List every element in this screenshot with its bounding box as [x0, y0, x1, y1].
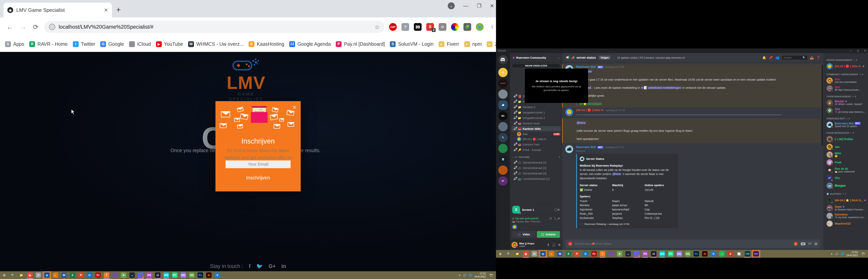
tab-close-icon[interactable]: ✕: [104, 7, 108, 13]
taskbar-chrome[interactable]: ◉: [522, 250, 530, 258]
action-center-icon[interactable]: 🗖: [860, 252, 866, 255]
attach-plus-icon[interactable]: +: [568, 242, 572, 246]
chat-scrollbar[interactable]: [822, 65, 823, 146]
bookmark-item[interactable]: ▸Zuyd: [487, 41, 496, 47]
mention[interactable]: @here: [612, 173, 622, 176]
bookmark-item[interactable]: GGoogle: [100, 41, 124, 47]
emoji-picker-icon[interactable]: 😀: [814, 242, 817, 246]
inbox-icon[interactable]: 📥: [810, 56, 814, 60]
bookmark-item[interactable]: iCloud: [129, 41, 151, 47]
minimize-button[interactable]: —: [463, 3, 468, 9]
bookmark-item[interactable]: ▸npm: [464, 41, 482, 47]
bookmark-item[interactable]: tTwitter: [73, 41, 95, 47]
browser-tab[interactable]: ◉ LMV Game Specialist ✕: [3, 3, 112, 18]
taskbar-spotify[interactable]: ♫: [718, 250, 726, 258]
voice-connected-user[interactable]: 🙂[05-03 | 🔴 ] Iddo K.: [510, 136, 562, 142]
member-row[interactable]: 🎖[40-04 | ⭐ ] Rick D...◈: [826, 196, 866, 204]
bookmark-item[interactable]: ⠿Apps: [5, 41, 24, 47]
member-row[interactable]: 😱[- | IIII] Robbe: [826, 135, 866, 143]
member-row[interactable]: 👕Peak: [826, 158, 866, 166]
member-row[interactable]: 🦉Martijn◈🎮 What's cookin', Martijn?: [826, 99, 866, 106]
taskbar-voicemeeter[interactable]: VM: [743, 250, 752, 258]
channel-priv-kanaal[interactable]: 🔊🔒🔑Privé - Kanaal: [512, 147, 561, 153]
bookmark-item[interactable]: KKaasHosting: [249, 41, 284, 47]
discord-maximize-button[interactable]: ▢: [857, 50, 859, 52]
discord-minimize-button[interactable]: —: [849, 50, 852, 52]
channel-kantoor-paul[interactable]: 🔊🔒🥌Kantoor Paul: [512, 142, 561, 147]
channel-opnamekanaal-3-[interactable]: 🔊🔒🎥Opnamekanaal [3]: [512, 171, 561, 176]
bookmark-item[interactable]: SSolusVM - Login: [390, 41, 433, 47]
taskbar-webstorm[interactable]: WS: [162, 271, 170, 279]
taskbar-word[interactable]: W: [556, 250, 564, 258]
taskbar-illustrator[interactable]: Ai: [701, 250, 709, 258]
taskbar-discord[interactable]: 🎮5: [632, 250, 641, 258]
tray-icon[interactable]: ∧: [459, 274, 461, 277]
tray-icon[interactable]: 🌐: [469, 274, 472, 277]
member-row[interactable]: 👀Maarten522: [826, 220, 866, 227]
subscribe-button[interactable]: Inschrijven: [215, 175, 301, 181]
notifications-bell-icon[interactable]: 🔔: [762, 56, 766, 60]
tray-icon[interactable]: ∧: [831, 252, 833, 255]
member-row[interactable]: 🤖Damskoo“In my book, experience outra...: [826, 212, 866, 220]
taskbar-datagrip[interactable]: DG: [675, 250, 684, 258]
create-channel-icon[interactable]: +: [558, 155, 560, 159]
server-icon[interactable]: [498, 122, 507, 131]
category-youtube[interactable]: ⌄🎥YOUTUBE+: [510, 153, 562, 160]
taskbar-pycharm[interactable]: PC: [170, 271, 179, 279]
bookmark-item[interactable]: ▸Fiverr: [439, 41, 459, 47]
mention[interactable]: # 📝 whitelisted-mededelingen: [641, 86, 682, 89]
taskbar-intellij[interactable]: IJ: [649, 250, 658, 258]
member-row[interactable]: 🧔MaxAan het schermdelen: [826, 77, 866, 85]
stream-tile[interactable]: S Screen 1 🖵✕: [510, 204, 562, 215]
server-icon[interactable]: 😂: [498, 68, 507, 77]
discord-home-button[interactable]: [498, 55, 507, 64]
unread-banner[interactable]: NIEUW ONGELEZEN: [512, 64, 560, 67]
server-icon[interactable]: [498, 165, 507, 175]
channel-kantoor-iwan[interactable]: 🔊🔒🥌Kantoor Iwan: [512, 121, 561, 126]
member-row[interactable]: ⚽𝕺𝖑𝖆𝖋🏃 jan klomp waar beeeen je n...: [826, 106, 866, 114]
stream-close-screen-icon[interactable]: 🖵✕: [554, 208, 560, 212]
discord-close-button[interactable]: ✕: [864, 50, 866, 52]
taskbar-explorer[interactable]: 📁: [513, 250, 522, 258]
taskbar-hs-app[interactable]: HS: [188, 271, 196, 279]
colorwheel-extension-icon[interactable]: [451, 23, 459, 31]
message-author[interactable]: [05-03 | 🔴 ] Iddo K.: [576, 108, 604, 112]
message[interactable]: 🏙Roerveen BotBOTvandaag om 17:06@everyon…: [562, 64, 824, 107]
taskbar-icon-diamond[interactable]: ❖: [615, 250, 624, 258]
tray-icon[interactable]: 🌐: [841, 252, 844, 255]
back-icon[interactable]: ←: [7, 23, 13, 31]
taskbar-xampp[interactable]: ᛉ: [598, 250, 607, 258]
taskbar-datagrip[interactable]: DG: [179, 271, 188, 279]
taskbar-chrome[interactable]: ◉: [26, 271, 34, 279]
search-box[interactable]: Zoeken🔍: [782, 56, 807, 60]
server-icon[interactable]: MC: [498, 111, 507, 121]
taskbar-excel[interactable]: X: [564, 250, 573, 258]
voice-location[interactable]: 🥌 Kantoor Iddo / Roervee...: [512, 220, 560, 223]
channel-livestreamkanaal-1-[interactable]: 🔊🔒📺Livestreamkanaal [1]: [512, 176, 561, 181]
bookmark-item[interactable]: 22Google Agenda: [289, 41, 331, 47]
avatar-extension-icon[interactable]: 🐦: [476, 23, 484, 31]
server-header[interactable]: ❀ Roerveen Community ⌄: [510, 53, 562, 62]
taskbar-filezilla[interactable]: Fz: [590, 250, 598, 258]
server-icon[interactable]: 💀: [498, 155, 507, 164]
taskbar-visualstudio[interactable]: V: [213, 271, 222, 279]
restore-button[interactable]: ❐: [477, 3, 481, 9]
action-center-icon[interactable]: 🗖: [488, 274, 494, 277]
profile-chevron-icon[interactable]: ⌄: [448, 2, 455, 9]
message-avatar[interactable]: 🙂: [565, 108, 573, 116]
channel-opnamekanaal-2-[interactable]: 🔊🔒🎥Opnamekanaal [2]: [512, 165, 561, 170]
channel-kantoor-2[interactable]: 🔊🔒📁Kantoor 2: [512, 104, 561, 110]
googleplus-icon[interactable]: G+: [269, 263, 276, 269]
tray-icon[interactable]: 🔊: [463, 274, 466, 277]
taskbar-filezilla[interactable]: Fz: [94, 271, 102, 279]
taskbar-clock[interactable]: 17:5124-9-2021: [474, 272, 486, 278]
settings-gear-icon[interactable]: ⚙: [558, 243, 561, 247]
eyes-extension-icon[interactable]: 👀: [414, 23, 422, 31]
taskbar-word[interactable]: W: [60, 271, 68, 279]
channel-vergaderruimte-1[interactable]: 🔊🔒📁Vergaderruimte 1: [512, 110, 561, 115]
help-icon[interactable]: ❓: [816, 56, 820, 60]
email-input[interactable]: [225, 160, 290, 168]
bookmark-item[interactable]: ▶YouTube: [156, 41, 183, 47]
sticker-icon[interactable]: 🏷: [808, 242, 811, 246]
forward-icon[interactable]: →: [20, 23, 26, 31]
